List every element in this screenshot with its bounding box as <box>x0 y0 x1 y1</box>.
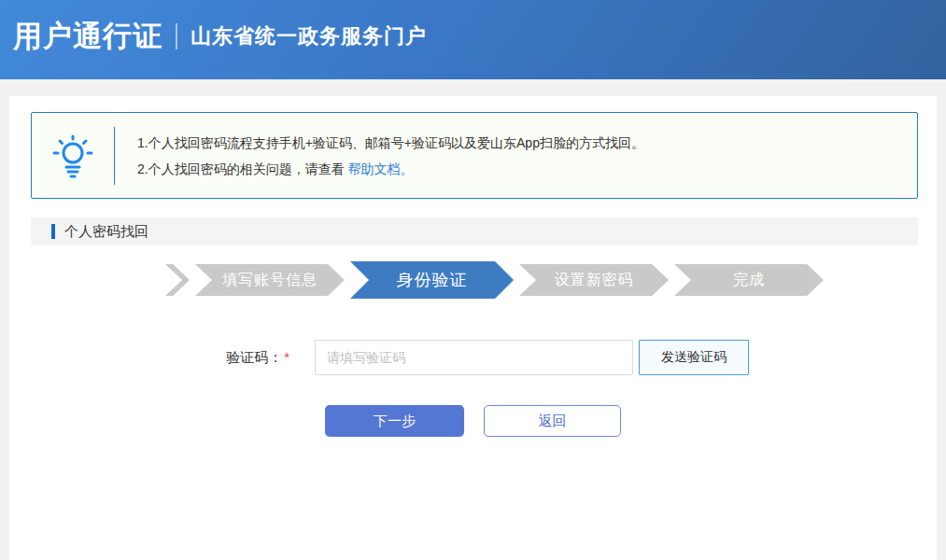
header: 用户通行证 山东省统一政务服务门户 <box>0 0 946 79</box>
captcha-label: 验证码：* <box>103 340 289 375</box>
captcha-input[interactable] <box>315 340 633 375</box>
notice-box: 1.个人找回密码流程支持手机+验证码、邮箱号+验证码以及爱山东App扫脸的方式找… <box>31 112 918 199</box>
captcha-label-text: 验证码： <box>226 349 282 365</box>
lead-chevron-icon <box>165 264 190 296</box>
step-fill-account-info: 填写账号信息 <box>195 264 345 296</box>
action-buttons: 下一步 返回 <box>9 405 937 437</box>
step-progress-bar: 填写账号信息 身份验证 设置新密码 完成 <box>165 261 824 299</box>
send-code-button[interactable]: 发送验证码 <box>639 340 749 375</box>
header-brand: 用户通行证 山东省统一政务服务门户 <box>0 17 427 56</box>
back-button[interactable]: 返回 <box>484 405 621 437</box>
notice-line-1: 1.个人找回密码流程支持手机+验证码、邮箱号+验证码以及爱山东App扫脸的方式找… <box>137 130 644 156</box>
section-title: 个人密码找回 <box>64 223 148 241</box>
next-step-button[interactable]: 下一步 <box>325 405 464 437</box>
required-asterisk: * <box>284 349 289 365</box>
help-doc-link[interactable]: 帮助文档。 <box>348 161 414 176</box>
section-strip: 个人密码找回 <box>31 217 918 245</box>
page: 用户通行证 山东省统一政务服务门户 <box>0 0 946 560</box>
section-accent-bar <box>51 224 55 239</box>
notice-text: 1.个人找回密码流程支持手机+验证码、邮箱号+验证码以及爱山东App扫脸的方式找… <box>115 130 644 182</box>
portal-subtitle: 山东省统一政务服务门户 <box>191 22 427 50</box>
step-set-new-password: 设置新密码 <box>519 264 669 296</box>
step-complete: 完成 <box>674 264 824 296</box>
step-identity-verification: 身份验证 <box>350 261 514 299</box>
content-card: 1.个人找回密码流程支持手机+验证码、邮箱号+验证码以及爱山东App扫脸的方式找… <box>9 96 937 560</box>
header-divider <box>176 23 177 49</box>
lightbulb-icon <box>51 133 94 179</box>
notice-line-2: 2.个人找回密码的相关问题，请查看 帮助文档。 <box>137 156 644 182</box>
page-title: 用户通行证 <box>13 17 162 56</box>
notice-line-2-text: 2.个人找回密码的相关问题，请查看 <box>137 161 348 176</box>
captcha-form-row: 验证码：* 发送验证码 <box>9 340 937 375</box>
notice-icon-wrap <box>32 133 114 179</box>
